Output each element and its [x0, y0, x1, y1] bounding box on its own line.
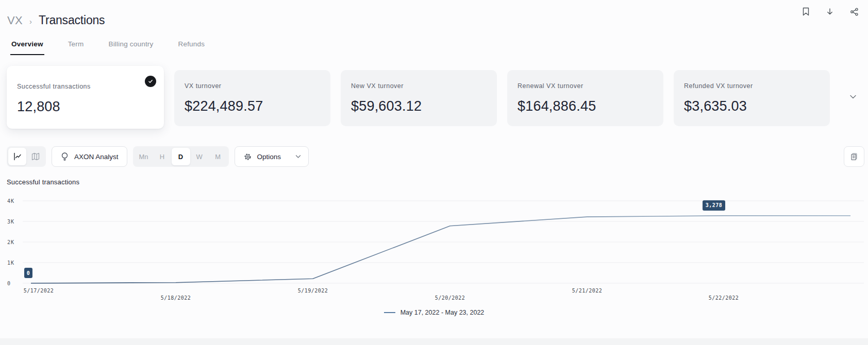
svg-text:3,278: 3,278 — [706, 202, 723, 208]
tab-bar: Overview Term Billing country Refunds — [10, 40, 206, 55]
share-button[interactable] — [849, 7, 860, 17]
chart-view-toggle — [7, 146, 46, 167]
chart-title: Successful transactions — [7, 178, 79, 186]
card-refunded-vx-turnover[interactable]: Refunded VX turnover $3,635.03 — [674, 70, 830, 126]
axon-analyst-label: AXON Analyst — [74, 153, 119, 161]
breadcrumb-separator: › — [29, 17, 32, 26]
card-value: $59,603.12 — [351, 98, 487, 114]
tab-overview[interactable]: Overview — [10, 40, 44, 55]
card-vx-turnover[interactable]: VX turnover $224,489.57 — [174, 70, 330, 126]
card-new-vx-turnover[interactable]: New VX turnover $59,603.12 — [341, 70, 497, 126]
card-label: Successful transactions — [17, 83, 154, 90]
download-button[interactable] — [825, 7, 835, 17]
chevron-down-icon — [295, 155, 301, 159]
tab-term[interactable]: Term — [67, 40, 85, 55]
line-chart-icon — [13, 152, 22, 161]
download-icon — [826, 8, 834, 16]
breadcrumb-section[interactable]: VX — [7, 14, 23, 27]
report-copy-button[interactable] — [844, 146, 864, 167]
chart-legend: May 17, 2022 - May 23, 2022 — [0, 309, 868, 316]
gear-icon — [243, 152, 252, 161]
card-value: $3,635.03 — [684, 98, 820, 114]
card-label: Refunded VX turnover — [684, 82, 820, 90]
card-label: New VX turnover — [351, 82, 487, 90]
bottom-section-divider — [0, 338, 868, 345]
successful-transactions-line-chart: 01K2K3K4K5/17/20225/18/20225/19/20225/20… — [0, 191, 868, 306]
svg-text:1K: 1K — [7, 260, 14, 266]
svg-text:5/20/2022: 5/20/2022 — [435, 295, 465, 301]
lightbulb-icon — [60, 152, 69, 161]
bookmark-button[interactable] — [801, 6, 811, 17]
card-value: $164,886.45 — [518, 98, 653, 114]
svg-text:5/21/2022: 5/21/2022 — [572, 288, 603, 294]
svg-text:2K: 2K — [7, 239, 14, 245]
share-icon — [850, 8, 859, 16]
metric-cards: Successful transactions 12,808 VX turnov… — [7, 66, 830, 129]
card-label: VX turnover — [185, 82, 320, 90]
breadcrumb: VX › Transactions — [7, 13, 105, 27]
check-icon — [145, 76, 156, 87]
svg-text:0: 0 — [7, 281, 11, 286]
axon-analyst-button[interactable]: AXON Analyst — [52, 146, 127, 167]
page-title: Transactions — [39, 13, 105, 27]
period-mn[interactable]: Mn — [135, 148, 153, 165]
svg-text:5/22/2022: 5/22/2022 — [709, 295, 739, 301]
legend-label: May 17, 2022 - May 23, 2022 — [400, 309, 485, 316]
bookmark-icon — [802, 7, 810, 16]
svg-text:5/19/2022: 5/19/2022 — [298, 288, 328, 294]
card-successful-transactions[interactable]: Successful transactions 12,808 — [7, 66, 164, 129]
options-label: Options — [257, 153, 281, 161]
cards-collapse-button[interactable] — [849, 95, 857, 99]
svg-text:5/18/2022: 5/18/2022 — [161, 295, 191, 301]
period-d[interactable]: D — [172, 148, 190, 165]
svg-text:5/17/2022: 5/17/2022 — [24, 288, 54, 294]
card-label: Renewal VX turnover — [518, 82, 653, 90]
options-button[interactable]: Options — [235, 146, 309, 167]
svg-text:3K: 3K — [7, 219, 14, 225]
period-w[interactable]: W — [190, 148, 209, 165]
chart-toolbar: AXON Analyst Mn H D W M Options — [7, 146, 309, 167]
period-m[interactable]: M — [209, 148, 227, 165]
copy-icon — [849, 152, 859, 161]
header-actions — [801, 6, 860, 17]
map-icon — [31, 152, 40, 161]
line-chart-view-button[interactable] — [8, 148, 26, 165]
svg-text:0: 0 — [27, 270, 30, 276]
map-view-button[interactable] — [26, 148, 44, 165]
period-selector: Mn H D W M — [133, 146, 229, 167]
svg-text:4K: 4K — [7, 198, 14, 204]
card-value: $224,489.57 — [185, 98, 320, 114]
card-value: 12,808 — [17, 99, 154, 115]
chevron-down-icon — [849, 95, 857, 99]
period-h[interactable]: H — [153, 148, 172, 165]
card-renewal-vx-turnover[interactable]: Renewal VX turnover $164,886.45 — [507, 70, 663, 126]
tab-billing-country[interactable]: Billing country — [107, 40, 154, 55]
tab-refunds[interactable]: Refunds — [177, 40, 206, 55]
legend-line-swatch — [384, 312, 395, 313]
